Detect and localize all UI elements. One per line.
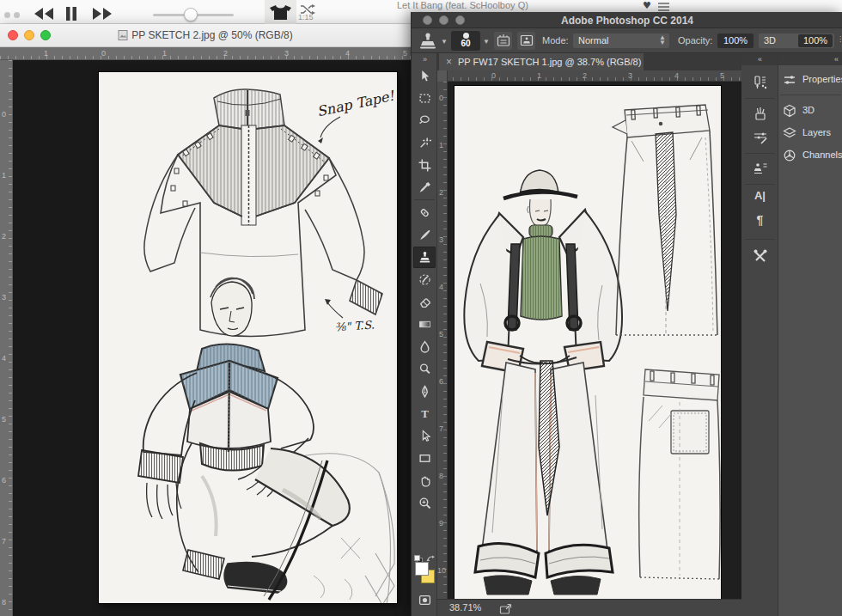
collapse-panels-button[interactable]: « [778,53,842,65]
photoshop-titlebar[interactable]: Adobe Photoshop CC 2014 [412,12,842,28]
brush-panel-icon[interactable] [747,72,772,93]
panel-button-3d[interactable]: 3D [780,101,841,120]
dodge-tool[interactable] [413,358,436,380]
ps-sketch-page[interactable] [455,86,721,599]
cube-3d-icon [783,104,796,118]
ps-vertical-ruler: 0 1 2 3 4 5 6 7 8 9 10 [437,82,448,599]
clone-source-icon[interactable] [747,158,772,179]
type-tool[interactable]: T [413,403,436,424]
channels-icon [783,149,796,162]
document-icon [118,30,128,40]
layers-icon [783,126,796,140]
crop-tool[interactable] [413,155,436,176]
move-tool[interactable] [413,65,436,87]
brush-presets-icon[interactable] [747,103,772,124]
toggle-brush-panel-button[interactable] [494,32,512,50]
ruler-corner [437,70,448,82]
jacket-flat [144,89,382,337]
brush-size-picker[interactable]: 60 [451,31,480,51]
heart-icon[interactable]: ♥ [643,0,651,11]
paragraph-panel-icon[interactable]: ¶ [747,213,772,234]
vertical-ruler: 0 1 2 3 4 5 6 7 8 [0,60,13,616]
pants-flat-back [639,369,720,579]
ps-canvas-area[interactable] [448,82,741,599]
panel-button-layers[interactable]: Layers [780,124,841,143]
horizontal-ruler: 1 0 1 2 3 4 5 [0,47,411,60]
overflow-caret[interactable]: ⋮ [837,35,842,43]
album-art[interactable] [265,0,296,24]
clone-stamp-tool[interactable] [413,247,436,268]
document-window-sketch2: PP SKETCH 2.jpg @ 50% (RGB/8) 1 0 1 2 3 … [0,24,411,616]
status-bar: 38.71% [437,599,741,616]
lasso-tool[interactable] [413,110,436,131]
toggle-clone-source-button[interactable] [517,32,535,50]
rewind-button[interactable] [33,7,55,21]
status-options-icon[interactable] [499,602,512,616]
window-dot[interactable] [4,12,10,18]
sketch-page[interactable]: Snap Tape! ⅜" T.S. [99,72,397,603]
foreground-color-swatch[interactable] [415,562,429,576]
path-selection-tool[interactable] [413,425,436,447]
zoom-tool[interactable] [413,492,436,514]
ps-horizontal-ruler: 0 1 2 3 4 5 [437,70,741,82]
collapse-panels-button[interactable]: « [741,53,778,65]
brush-picker-caret[interactable]: ▼ [483,38,490,46]
history-brush-tool[interactable] [413,269,436,290]
zoom-level-field[interactable]: 38.71% [449,602,481,613]
mode-label: Mode: [542,35,569,46]
brush-tool[interactable] [413,224,436,246]
panel-dock: « [741,53,842,616]
pen-tool[interactable] [413,381,436,402]
tool-presets-icon[interactable] [747,246,772,266]
brush-preview-dot [463,33,469,39]
tab-title: PP FW17 SKETCH 1.jpg @ 38.7% (RGB/8) [458,57,641,67]
titlebar[interactable]: PP SKETCH 2.jpg @ 50% (RGB/8) [0,24,411,47]
mode-select[interactable]: Normal ▲▼ [573,34,669,48]
quick-mask-button[interactable] [413,589,436,611]
seated-figure [138,278,350,600]
character-panel-icon[interactable]: A| [747,189,772,210]
pause-button[interactable] [65,6,77,21]
svg-text:T: T [421,408,429,420]
magic-wand-tool[interactable] [413,132,436,154]
spot-healing-brush-tool[interactable] [413,202,436,223]
expand-tools-button[interactable]: » [412,55,437,64]
volume-slider-knob[interactable] [184,8,198,21]
hand-tool[interactable] [413,470,436,491]
flow-value-field[interactable]: 100% [798,34,833,47]
pants-flat-front [613,105,717,335]
panel-button-channels[interactable]: Channels [780,146,841,165]
brush-size-value: 60 [451,39,480,48]
standing-figure [464,170,622,595]
panel-button-properties[interactable]: Properties [780,70,841,89]
eyedropper-tool[interactable] [413,177,436,198]
gradient-tool[interactable] [413,314,436,335]
opacity-field[interactable]: 100% [717,34,754,48]
document-tab[interactable]: × PP FW17 SKETCH 1.jpg @ 38.7% (RGB/8) [439,53,644,70]
screen: 1:15 Let It Bang (feat. ScHoolboy Q) ♥ P… [0,0,842,616]
blur-tool[interactable] [413,336,436,357]
eraser-tool[interactable] [413,291,436,313]
screen-mode-button[interactable] [413,612,436,616]
tab-close-icon[interactable]: × [446,53,452,70]
canvas-area[interactable]: Snap Tape! ⅜" T.S. [13,60,411,616]
clone-stamp-icon[interactable] [418,32,437,53]
song-title[interactable]: Let It Bang (feat. ScHoolboy Q) [397,0,528,11]
properties-icon [783,73,796,87]
fast-forward-button[interactable] [91,7,113,21]
tool-preset-caret[interactable]: ▼ [441,38,448,46]
tools-panel: » [412,53,437,616]
fashion-sketch-pants [455,86,721,599]
panel-icons-column: « [741,53,778,616]
elapsed-time: 1:15 [298,13,314,21]
panel-labels-column: « Properties 3D [778,53,842,616]
window-title: PP SKETCH 2.jpg @ 50% (RGB/8) [0,29,411,41]
rectangle-tool[interactable] [413,448,436,469]
svg-text:⅜" T.S.: ⅜" T.S. [334,318,375,333]
brush-settings-icon[interactable] [747,127,772,148]
rectangular-marquee-tool[interactable] [413,88,436,109]
document-tab-bar: × PP FW17 SKETCH 1.jpg @ 38.7% (RGB/8) [437,53,741,70]
photoshop-window: Adobe Photoshop CC 2014 ▼ 60 ▼ [411,12,842,616]
window-dot[interactable] [14,12,20,18]
flow-control[interactable]: 3D 100% [759,34,834,48]
